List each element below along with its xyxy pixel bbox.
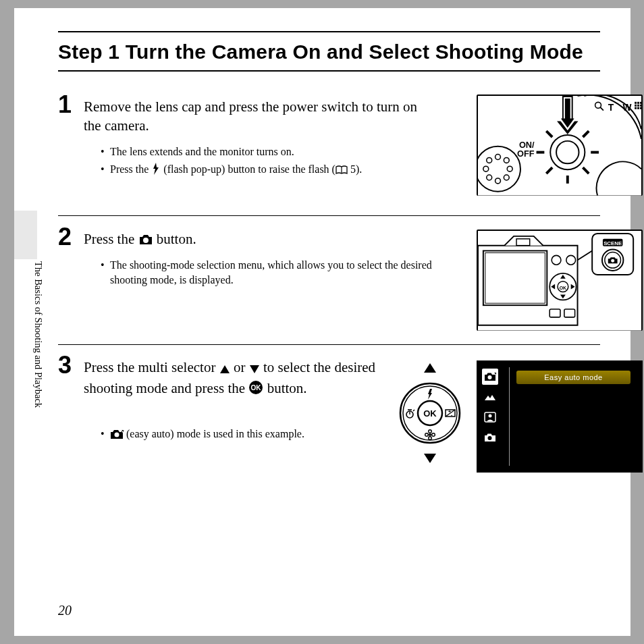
svg-point-92 (489, 414, 492, 418)
svg-marker-64 (250, 365, 259, 373)
step-heading: Press the multi selector or to select th… (84, 358, 387, 400)
manual-page: Step 1 Turn the Camera On and Select Sho… (14, 8, 630, 636)
svg-point-62 (611, 259, 614, 263)
step-bullets: (easy auto) mode is used in this example… (102, 427, 385, 446)
svg-marker-90 (494, 373, 496, 375)
easy-auto-icon (110, 429, 124, 444)
bullet: The shooting-mode selection menu, which … (102, 258, 446, 287)
step-number: 3 (58, 351, 72, 379)
book-icon (336, 164, 348, 179)
section-side-label: The Basics of Shooting and Playback (30, 261, 44, 408)
bullet: The lens extends and the monitor turns o… (102, 144, 446, 159)
ok-button-icon: OK (248, 380, 263, 400)
svg-text:T: T (608, 103, 614, 113)
page-title: Step 1 Turn the Camera On and Select Sho… (58, 41, 600, 63)
bullet-text: 5). (348, 163, 362, 175)
mode-easy-auto-icon (482, 369, 498, 385)
text: Press the multi selector (84, 359, 219, 375)
mode-icon-column (482, 369, 505, 450)
mode-menu-right: Easy auto mode (509, 367, 636, 466)
svg-text:ON/: ON/ (519, 140, 535, 150)
svg-text:OK: OK (251, 384, 262, 392)
figure-camera-back: OK SCENE (477, 230, 643, 331)
text: or (230, 359, 249, 375)
rule (58, 70, 600, 72)
triangle-up-icon (219, 360, 230, 379)
svg-rect-9 (635, 105, 637, 107)
flash-icon (151, 163, 161, 179)
text: button. (153, 231, 196, 247)
step-number: 1 (58, 90, 72, 119)
svg-text:OK: OK (560, 286, 566, 290)
svg-point-42 (143, 238, 149, 243)
bullet-text: Press the (110, 163, 151, 175)
ok-label: OK (423, 408, 437, 419)
svg-rect-31 (565, 99, 570, 119)
figure-multi-selector: OK (397, 359, 463, 467)
step-bullets: The lens extends and the monitor turns o… (102, 144, 446, 181)
svg-rect-13 (637, 107, 639, 109)
step-heading: Remove the lens cap and press the power … (84, 97, 435, 136)
scene-label: SCENE (603, 240, 622, 246)
svg-rect-6 (635, 102, 637, 104)
bullet: (easy auto) mode is used in this example… (102, 427, 385, 444)
camera-icon (138, 232, 153, 250)
svg-point-76 (429, 433, 431, 436)
side-tab (14, 211, 37, 259)
rule (58, 344, 600, 345)
svg-rect-8 (640, 102, 641, 104)
svg-rect-7 (637, 102, 639, 104)
step-number: 2 (58, 223, 72, 251)
bullet: Press the (flash pop-up) button to raise… (102, 162, 446, 179)
mode-selected-label: Easy auto mode (516, 371, 630, 384)
svg-point-67 (115, 433, 119, 437)
svg-text:W: W (622, 103, 631, 113)
rule (58, 31, 600, 32)
svg-point-89 (488, 375, 492, 379)
figure-mode-menu: Easy auto mode (477, 360, 643, 473)
svg-marker-72 (424, 454, 436, 463)
mode-auto-icon (482, 429, 498, 446)
svg-text:OFF: OFF (517, 149, 535, 159)
mode-smart-portrait-icon (482, 409, 498, 425)
svg-rect-11 (640, 105, 641, 107)
figure-power-switch: T W ON/ OFF (477, 95, 643, 196)
bullet-text: (easy auto) mode is used in this example… (124, 428, 304, 439)
bullet-text: The lens extends and the monitor turns o… (110, 146, 294, 157)
svg-point-18 (556, 141, 579, 163)
svg-rect-14 (640, 107, 641, 109)
step-heading: Press the button. (84, 230, 435, 250)
svg-rect-10 (637, 105, 639, 107)
text: button. (263, 380, 306, 396)
svg-marker-71 (424, 363, 436, 373)
svg-point-93 (488, 436, 492, 440)
rule (58, 215, 600, 216)
bullet-text: (flash pop-up) button to raise the flash… (161, 163, 336, 175)
bullet-text: The shooting-mode selection menu, which … (110, 259, 432, 286)
page-number: 20 (58, 603, 72, 618)
mode-scene-icon (482, 389, 498, 405)
svg-marker-63 (220, 365, 230, 373)
step-bullets: The shooting-mode selection menu, which … (102, 258, 446, 290)
triangle-down-icon (249, 360, 260, 379)
svg-rect-12 (635, 107, 637, 109)
text: Press the (84, 231, 138, 247)
